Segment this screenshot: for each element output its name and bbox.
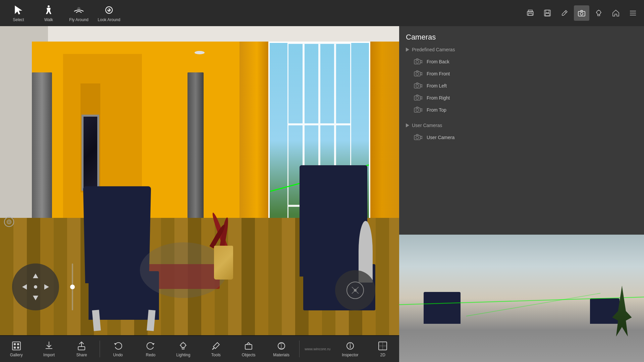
materials-button[interactable]: Materials [265, 337, 298, 361]
svg-rect-40 [546, 10, 549, 13]
svg-rect-16 [14, 347, 16, 349]
toolbar-separator-1 [100, 341, 100, 357]
svg-point-61 [416, 109, 419, 112]
home-icon-button[interactable] [608, 5, 624, 21]
camera-from-back-icon [414, 58, 423, 65]
2d-button[interactable]: 2D [367, 337, 399, 361]
inspector-button[interactable]: Inspector [334, 337, 366, 361]
camera-from-top-icon [414, 107, 423, 113]
predefined-cameras-label: Predefined Cameras [412, 47, 455, 52]
nav-up-arrow[interactable] [33, 274, 38, 278]
svg-point-5 [108, 9, 109, 10]
svg-rect-19 [78, 347, 85, 350]
svg-point-53 [416, 61, 419, 63]
vase-plant [208, 212, 239, 280]
save-icon-button[interactable] [540, 5, 555, 21]
preview-scene [399, 235, 644, 362]
svg-rect-41 [545, 13, 549, 16]
camera-from-top[interactable]: From Top [406, 104, 637, 116]
fly-icon [73, 4, 85, 16]
redo-button[interactable]: Redo [134, 337, 167, 361]
svg-rect-14 [14, 343, 16, 345]
svg-rect-38 [528, 13, 532, 15]
tv-niche [80, 83, 100, 192]
right-panel: Cameras Predefined Cameras From Back [399, 0, 644, 362]
window-pane [335, 43, 351, 124]
watermark: www.wincore.ru [301, 347, 334, 351]
svg-line-42 [565, 11, 566, 13]
undo-button[interactable]: Undo [102, 337, 134, 361]
lighting-button[interactable]: Lighting [167, 337, 200, 361]
camera-from-front-icon [414, 70, 423, 77]
camera-icon-button[interactable] [574, 5, 589, 21]
fly-around-tool[interactable]: Fly Around [64, 1, 94, 25]
chair-right-back [300, 165, 367, 277]
svg-line-65 [466, 293, 600, 316]
svg-point-1 [48, 5, 50, 7]
svg-point-18 [49, 343, 49, 344]
svg-point-2 [77, 7, 80, 10]
gallery-button[interactable]: Gallery [0, 337, 33, 361]
svg-rect-15 [17, 343, 19, 345]
svg-rect-17 [17, 347, 19, 349]
speed-slider[interactable] [72, 263, 73, 310]
speed-slider-handle[interactable] [70, 285, 75, 289]
orbit-indicator [4, 217, 14, 227]
camera-from-back[interactable]: From Back [406, 56, 637, 68]
svg-rect-37 [528, 10, 532, 12]
camera-from-left-icon [414, 82, 423, 89]
nav-arrows [22, 274, 49, 300]
navigation-control[interactable] [12, 263, 59, 310]
svg-point-59 [416, 97, 419, 100]
cameras-title: Cameras [406, 33, 637, 42]
select-tool[interactable]: Select [3, 1, 34, 25]
nav-center [34, 285, 37, 289]
walk-icon [43, 4, 55, 16]
toolbar-separator-2 [299, 341, 300, 357]
preview-area [399, 235, 644, 362]
svg-rect-28 [245, 345, 252, 349]
speaker-right [187, 72, 204, 227]
camera-user[interactable]: User Camera [406, 131, 637, 143]
tools-button[interactable]: Tools [200, 337, 232, 361]
camera-from-front[interactable]: From Front [406, 68, 637, 80]
panel-icons [399, 0, 644, 26]
svg-point-57 [416, 85, 419, 87]
svg-point-44 [580, 12, 583, 15]
walk-tool[interactable]: Walk [34, 1, 64, 25]
pencil-icon-button[interactable] [557, 5, 572, 21]
objects-button[interactable]: Objects [232, 337, 265, 361]
top-toolbar: Select Walk Fly Around Loo [0, 0, 399, 26]
main-viewport[interactable] [0, 26, 399, 335]
plant-leaves [208, 212, 239, 249]
import-button[interactable]: Import [33, 337, 65, 361]
ceiling-light [195, 51, 205, 54]
share-button[interactable]: Share [65, 337, 98, 361]
svg-line-64 [399, 297, 644, 305]
collapse-triangle-predefined [406, 48, 409, 52]
bottom-toolbar: Gallery Import Share Undo Redo [0, 336, 399, 362]
collapse-triangle-user [406, 123, 409, 127]
svg-point-12 [354, 289, 357, 292]
preview-room [399, 235, 644, 362]
nav-down-arrow[interactable] [33, 296, 38, 300]
rotate-control[interactable] [335, 270, 375, 310]
nav-left-arrow[interactable] [22, 284, 27, 290]
predefined-cameras-section[interactable]: Predefined Cameras [406, 47, 637, 52]
look-around-tool[interactable]: Look Around [94, 1, 124, 25]
room-scene [0, 26, 399, 335]
camera-from-left[interactable]: From Left [406, 80, 637, 92]
nav-right-arrow[interactable] [44, 284, 49, 290]
print-icon-button[interactable] [523, 5, 538, 21]
user-cameras-section[interactable]: User Cameras [406, 123, 637, 128]
cameras-panel: Cameras Predefined Cameras From Back [399, 26, 644, 235]
svg-marker-21 [152, 343, 155, 345]
cursor-icon [12, 4, 24, 16]
user-cameras-list: User Camera [406, 131, 637, 143]
camera-from-right[interactable]: From Right [406, 92, 637, 104]
bulb-icon-button[interactable] [591, 5, 606, 21]
look-icon [103, 4, 115, 16]
predefined-cameras-list: From Back From Front [406, 56, 637, 116]
svg-marker-20 [114, 343, 117, 345]
list-icon-button[interactable] [625, 5, 641, 21]
